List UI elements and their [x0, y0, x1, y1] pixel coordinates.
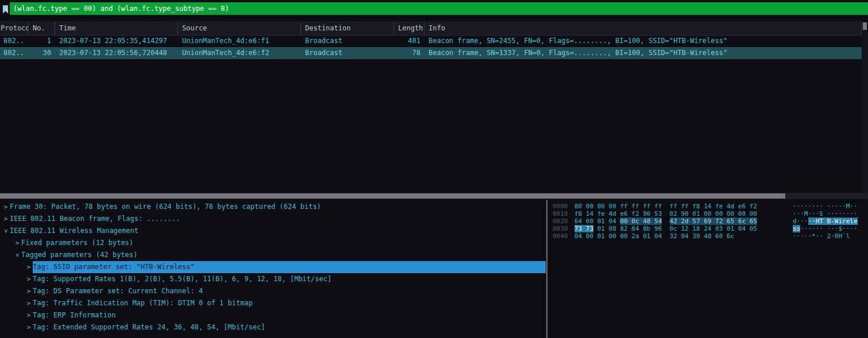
hex-ascii[interactable]: d·····HT B-Wirele — [793, 217, 858, 225]
packet-cell-info: Beacon frame, SN=2455, FN=0, Flags=.....… — [425, 35, 862, 47]
detail-line-text: Tag: ERP Information — [33, 309, 116, 321]
hex-row[interactable]: 004004 00 01 00 00 2a 01 04 32 04 30 48 … — [553, 232, 868, 240]
hex-bytes[interactable]: 64 00 01 04 00 0c 48 54 42 2d 57 69 72 6… — [574, 217, 757, 225]
hex-row[interactable]: 0010f8 14 fe 4d e6 f2 90 53 02 90 01 00 … — [553, 210, 868, 217]
hex-ascii[interactable]: ·····*·· 2·0H`l — [793, 232, 850, 240]
chevron-collapsed-icon[interactable]: > — [13, 237, 21, 249]
hex-byte-run: 01 08 82 84 8b 96 0c 12 18 24 03 01 04 0… — [593, 225, 757, 232]
hex-bytes[interactable]: f8 14 fe 4d e6 f2 90 53 02 90 01 00 00 0… — [574, 210, 757, 217]
detail-line[interactable]: >Tag: DS Parameter set: Current Channel:… — [0, 285, 546, 297]
packet-row[interactable]: 802..12023-07-13 22:05:35,414297UnionMan… — [0, 35, 862, 47]
packet-cell-length: 401 — [395, 35, 425, 47]
hex-offset: 0030 — [553, 225, 568, 232]
detail-line[interactable]: >Tag: Supported Rates 1(B), 2(B), 5.5(B)… — [0, 273, 546, 285]
hex-byte-run: 04 00 01 00 00 2a 01 04 32 04 30 48 60 6… — [574, 232, 734, 240]
packet-list-header: ProtocolNo.TimeSourceDestinationLengthIn… — [0, 21, 862, 36]
ascii-run: ·····*·· 2·0H`l — [793, 232, 850, 240]
detail-line-text: Tagged parameters (42 bytes) — [21, 249, 137, 261]
horizontal-scrollbar-thumb[interactable] — [0, 193, 785, 199]
packet-cell-time: 2023-07-13 22:05:35,414297 — [56, 35, 178, 47]
hex-offset: 0020 — [553, 217, 568, 225]
detail-line-text: Tag: DS Parameter set: Current Channel: … — [33, 285, 203, 297]
hex-byte-run: 64 00 01 04 — [574, 217, 620, 225]
hex-dump-pane: 000080 00 00 00 ff ff ff ff ff ff f8 14 … — [553, 200, 868, 338]
wireshark-window: (wlan.fc.type == 00) and (wlan.fc.type_s… — [0, 0, 868, 338]
hex-byte-run — [662, 217, 669, 225]
hex-ascii[interactable]: ········ ·····M·· — [793, 203, 858, 210]
hex-bytes[interactable]: 73 73 01 08 82 84 8b 96 0c 12 18 24 03 0… — [574, 225, 757, 232]
ascii-run: ······ ···$···· — [800, 225, 857, 232]
hex-ascii[interactable]: ···M···S ········ — [793, 210, 858, 217]
packet-cell-length: 78 — [395, 47, 425, 59]
packet-cell-source: UnionManTech_4d:e6:f2 — [179, 47, 301, 59]
packet-cell-no: 30 — [29, 47, 55, 59]
packet-row[interactable]: 802..302023-07-13 22:05:56,720448UnionMa… — [0, 47, 862, 59]
ascii-highlight: ss — [793, 225, 800, 232]
hex-byte-run: 80 00 00 00 ff ff ff ff ff ff f8 14 fe 4… — [574, 203, 757, 210]
chevron-collapsed-icon[interactable]: > — [25, 273, 33, 285]
packet-detail-pane: >Frame 30: Packet, 78 bytes on wire (624… — [0, 200, 546, 338]
hex-byte-run: f8 14 fe 4d e6 f2 90 53 02 90 01 00 00 0… — [574, 210, 757, 217]
vertical-scrollbar[interactable] — [862, 21, 868, 193]
hex-bytes[interactable]: 80 00 00 00 ff ff ff ff ff ff f8 14 fe 4… — [574, 203, 757, 210]
chevron-collapsed-icon[interactable]: > — [25, 309, 33, 321]
vertical-scrollbar-thumb[interactable] — [863, 22, 867, 30]
chevron-collapsed-icon[interactable]: > — [25, 321, 33, 333]
packet-cell-destination: Broadcast — [302, 47, 394, 59]
detail-line[interactable]: >Tag: SSID parameter set: "HTB-Wireless" — [0, 261, 546, 273]
chevron-collapsed-icon[interactable]: > — [25, 285, 33, 297]
ascii-highlight: ··HT B-Wirele — [808, 217, 858, 225]
pane-splitter[interactable] — [546, 200, 547, 338]
column-header-length[interactable]: Length — [395, 21, 425, 35]
chevron-collapsed-icon[interactable]: > — [25, 261, 33, 273]
column-header-no[interactable]: No. — [29, 21, 55, 35]
chevron-expanded-icon[interactable]: > — [11, 251, 24, 259]
horizontal-scrollbar[interactable] — [0, 193, 868, 199]
detail-line-text: Tag: SSID parameter set: "HTB-Wireless" — [33, 261, 546, 273]
column-header-destination[interactable]: Destination — [302, 21, 394, 35]
packet-cell-no: 1 — [29, 35, 55, 47]
ascii-run: ········ ·····M·· — [793, 203, 858, 210]
detail-line[interactable]: >IEEE 802.11 Wireless Management — [0, 225, 546, 237]
hex-byte-highlight: 42 2d 57 69 72 65 6c 65 — [670, 217, 757, 225]
hex-offset: 0040 — [553, 232, 568, 240]
detail-line-text: Tag: Extended Supported Rates 24, 36, 48… — [33, 321, 265, 333]
chevron-expanded-icon[interactable]: > — [0, 227, 12, 235]
chevron-collapsed-icon[interactable]: > — [2, 213, 10, 225]
detail-line-text: Tag: Traffic Indication Map (TIM): DTIM … — [33, 297, 253, 309]
chevron-collapsed-icon[interactable]: > — [2, 201, 10, 213]
display-filter-bar: (wlan.fc.type == 00) and (wlan.fc.type_s… — [0, 2, 868, 15]
hex-offset: 0000 — [553, 203, 568, 210]
detail-line-text: IEEE 802.11 Wireless Management — [10, 225, 138, 237]
chevron-collapsed-icon[interactable]: > — [25, 297, 33, 309]
ascii-run: d··· — [793, 217, 808, 225]
packet-cell-info: Beacon frame, SN=1337, FN=0, Flags=.....… — [425, 47, 862, 59]
detail-line[interactable]: >Frame 30: Packet, 78 bytes on wire (624… — [0, 201, 546, 213]
column-header-info[interactable]: Info — [425, 21, 862, 35]
hex-bytes[interactable]: 04 00 01 00 00 2a 01 04 32 04 30 48 60 6… — [574, 232, 734, 240]
detail-line[interactable]: >Tag: Traffic Indication Map (TIM): DTIM… — [0, 297, 546, 309]
hex-offset: 0010 — [553, 210, 568, 217]
hex-row[interactable]: 002064 00 01 04 00 0c 48 54 42 2d 57 69 … — [553, 217, 868, 225]
bookmark-icon — [2, 5, 9, 14]
packet-cell-destination: Broadcast — [302, 35, 394, 47]
hex-byte-highlight: 73 73 — [574, 225, 593, 232]
detail-line[interactable]: >Tag: Extended Supported Rates 24, 36, 4… — [0, 321, 546, 333]
column-header-time[interactable]: Time — [56, 21, 178, 35]
hex-ascii[interactable]: ss······ ···$···· — [793, 225, 858, 232]
detail-line[interactable]: >Tagged parameters (42 bytes) — [0, 249, 546, 261]
column-header-source[interactable]: Source — [179, 21, 301, 35]
hex-row[interactable]: 000080 00 00 00 ff ff ff ff ff ff f8 14 … — [553, 203, 868, 210]
display-filter-input[interactable]: (wlan.fc.type == 00) and (wlan.fc.type_s… — [10, 2, 868, 15]
column-header-protocol[interactable]: Protocol — [0, 21, 29, 35]
packet-cell-protocol: 802.. — [0, 47, 29, 59]
hex-byte-highlight: 00 0c 48 54 — [620, 217, 662, 225]
filter-bookmark-button[interactable] — [1, 3, 10, 15]
detail-line[interactable]: >Tag: ERP Information — [0, 309, 546, 321]
detail-line-text: IEEE 802.11 Beacon frame, Flags: .......… — [10, 213, 180, 225]
ascii-run: ···M···S ········ — [793, 210, 858, 217]
detail-line[interactable]: >Fixed parameters (12 bytes) — [0, 237, 546, 249]
packet-cell-source: UnionManTech_4d:e6:f1 — [179, 35, 301, 47]
hex-row[interactable]: 003073 73 01 08 82 84 8b 96 0c 12 18 24 … — [553, 225, 868, 232]
detail-line[interactable]: >IEEE 802.11 Beacon frame, Flags: ......… — [0, 213, 546, 225]
